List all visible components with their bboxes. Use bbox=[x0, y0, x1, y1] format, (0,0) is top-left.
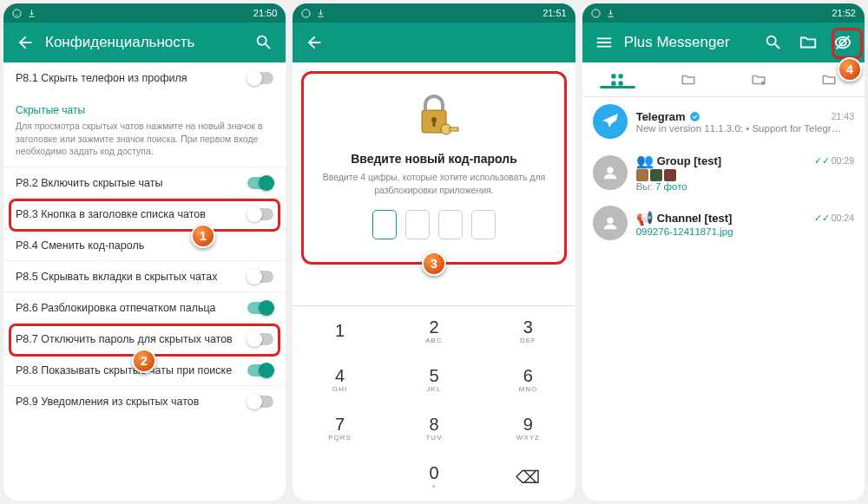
toggle[interactable] bbox=[247, 271, 273, 283]
chat-message: 099276-12411871.jpg bbox=[636, 226, 854, 237]
setting-row[interactable]: P8.5 Скрывать вкладки в скрытых чатах bbox=[3, 260, 286, 291]
svg-point-15 bbox=[607, 167, 613, 173]
folder-button[interactable] bbox=[792, 23, 825, 62]
keypad-key-⌫[interactable]: ⌫ bbox=[481, 452, 575, 501]
passcode-panel: Введите новый код-пароль Введите 4 цифры… bbox=[301, 71, 566, 265]
chat-row[interactable]: 👥Group [test]✓✓00:29 Вы: 7 фото bbox=[582, 146, 865, 199]
svg-rect-12 bbox=[619, 81, 623, 85]
chat-row[interactable]: Telegram21:43 New in version 11.1.3.0: •… bbox=[582, 97, 865, 146]
read-checks-icon: ✓✓ bbox=[814, 213, 830, 223]
setting-label: P8.5 Скрывать вкладки в скрытых чатах bbox=[16, 271, 217, 283]
setting-row[interactable]: P8.4 Сменить код-пароль bbox=[3, 229, 286, 260]
svg-point-13 bbox=[761, 81, 766, 85]
badge-2: 2 bbox=[132, 349, 156, 373]
toggle[interactable] bbox=[247, 333, 273, 345]
keypad-key-5[interactable]: 5JKL bbox=[387, 355, 481, 403]
svg-point-0 bbox=[13, 9, 21, 16]
download-icon bbox=[316, 9, 326, 18]
back-button[interactable] bbox=[298, 23, 331, 62]
svg-rect-6 bbox=[450, 128, 458, 131]
keypad-key-9[interactable]: 9WXYZ bbox=[481, 403, 575, 452]
avatar bbox=[593, 206, 628, 240]
verified-icon bbox=[689, 111, 700, 122]
menu-button[interactable] bbox=[588, 23, 621, 62]
chat-name: Telegram bbox=[636, 110, 686, 123]
chat-name: Group [test] bbox=[657, 154, 721, 167]
setting-label: P8.1 Скрыть телефон из профиля bbox=[16, 72, 187, 84]
section-desc: Для просмотра скрытых чатов нажмите на н… bbox=[3, 118, 286, 167]
svg-rect-4 bbox=[432, 121, 435, 127]
svg-point-16 bbox=[607, 218, 613, 224]
chat-row[interactable]: 📢Channel [test]✓✓00:24 099276-12411871.j… bbox=[582, 199, 865, 247]
phone-settings: 21:50 Конфиденциальность P8.1 Скрыть тел… bbox=[3, 3, 286, 501]
digit-input-2[interactable] bbox=[405, 210, 430, 239]
chat-message: Вы: 7 фото bbox=[636, 169, 854, 192]
group-icon: 👥 bbox=[636, 153, 654, 169]
avatar bbox=[593, 104, 628, 139]
keypad-key-8[interactable]: 8TUV bbox=[387, 403, 481, 452]
digit-input-4[interactable] bbox=[471, 210, 496, 239]
badge-3: 3 bbox=[422, 252, 446, 276]
setting-row[interactable]: P8.1 Скрыть телефон из профиля bbox=[3, 62, 286, 94]
badge-1: 1 bbox=[191, 224, 215, 248]
svg-point-14 bbox=[690, 112, 700, 121]
setting-row[interactable]: P8.9 Уведомления из скрытых чатов bbox=[3, 385, 286, 416]
toggle[interactable] bbox=[247, 396, 273, 408]
svg-rect-11 bbox=[612, 81, 616, 85]
svg-rect-10 bbox=[619, 74, 623, 78]
whatsapp-icon bbox=[301, 9, 311, 18]
status-time: 21:51 bbox=[542, 8, 575, 18]
keypad-key-2[interactable]: 2ABC bbox=[387, 306, 481, 355]
keypad-key-1[interactable]: 1 bbox=[293, 306, 386, 355]
setting-row[interactable]: P8.6 Разблокировка отпечатком пальца bbox=[3, 291, 286, 323]
keypad-key-6[interactable]: 6MNO bbox=[481, 355, 575, 403]
tab-folder-1[interactable] bbox=[653, 72, 723, 88]
folder-tabs bbox=[582, 62, 865, 97]
setting-label: P8.8 Показывать скрытые чаты при поиске bbox=[16, 364, 232, 376]
toggle[interactable] bbox=[247, 364, 273, 376]
chat-name: Channel [test] bbox=[657, 212, 733, 225]
setting-label: P8.6 Разблокировка отпечатком пальца bbox=[16, 302, 216, 314]
statusbar: 21:50 bbox=[3, 3, 286, 23]
toggle[interactable] bbox=[247, 177, 273, 189]
section-title: Скрытые чаты bbox=[3, 94, 286, 118]
chat-time: ✓✓00:24 bbox=[814, 213, 854, 224]
setting-label: P8.3 Кнопка в заголовке списка чатов bbox=[16, 208, 206, 220]
digit-input-3[interactable] bbox=[438, 210, 463, 239]
tab-all[interactable] bbox=[582, 72, 653, 88]
search-button[interactable] bbox=[757, 23, 790, 62]
setting-row[interactable]: P8.3 Кнопка в заголовке списка чатов bbox=[3, 198, 286, 229]
photo-thumbs bbox=[636, 169, 854, 181]
channel-icon: 📢 bbox=[636, 210, 654, 226]
setting-label: P8.9 Уведомления из скрытых чатов bbox=[16, 396, 199, 408]
badge-4: 4 bbox=[838, 57, 862, 82]
keypad-key-3[interactable]: 3DEF bbox=[481, 306, 575, 355]
tab-folder-2[interactable] bbox=[723, 72, 793, 88]
search-button[interactable] bbox=[247, 23, 280, 62]
hidden-chats-button[interactable] bbox=[826, 23, 859, 62]
back-button[interactable] bbox=[9, 23, 42, 62]
keypad-key-0[interactable]: 0+ bbox=[387, 452, 481, 501]
setting-row[interactable]: P8.2 Включить скрытые чаты bbox=[3, 167, 286, 198]
settings-list: P8.1 Скрыть телефон из профиляСкрытые ча… bbox=[3, 62, 286, 501]
whatsapp-icon bbox=[12, 9, 22, 18]
keypad-key-4[interactable]: 4GHI bbox=[293, 355, 386, 403]
passcode-digits bbox=[312, 210, 555, 239]
passcode-title: Введите новый код-пароль bbox=[312, 152, 555, 166]
toggle[interactable] bbox=[247, 72, 273, 84]
toggle[interactable] bbox=[247, 208, 273, 220]
svg-point-1 bbox=[302, 9, 310, 16]
phone-chatlist: 21:52 Plus Messenger Telegram21:43 New i… bbox=[582, 3, 865, 501]
toggle[interactable] bbox=[247, 302, 273, 314]
setting-label: P8.4 Сменить код-пароль bbox=[16, 239, 144, 252]
phone-passcode: 21:51 Введите новый код-пароль Введите 4… bbox=[293, 3, 575, 501]
svg-point-7 bbox=[592, 9, 600, 16]
statusbar: 21:52 bbox=[582, 3, 865, 23]
padlock-icon bbox=[408, 89, 460, 141]
keypad-key-7[interactable]: 7PQRS bbox=[293, 403, 386, 452]
setting-label: P8.2 Включить скрытые чаты bbox=[16, 177, 162, 189]
appbar: Конфиденциальность bbox=[3, 23, 286, 62]
chat-time: ✓✓00:29 bbox=[814, 155, 854, 167]
svg-rect-9 bbox=[612, 74, 616, 78]
digit-input-1[interactable] bbox=[372, 210, 397, 239]
